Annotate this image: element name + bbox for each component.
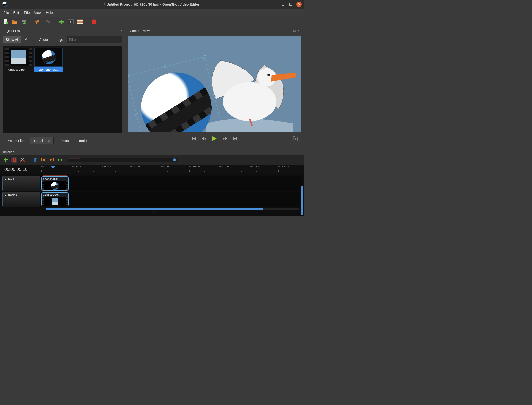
export-video-button[interactable]	[91, 19, 97, 25]
center-playhead-button[interactable]	[57, 157, 63, 163]
profile-button[interactable]	[68, 19, 74, 25]
tab-project-files[interactable]: Project Files	[3, 137, 29, 144]
svg-text:+: +	[36, 157, 37, 160]
jump-end-button[interactable]	[232, 136, 237, 141]
track-body[interactable]: CausesOpe…	[40, 192, 301, 207]
svg-point-17	[223, 82, 276, 121]
fullscreen-button[interactable]	[77, 19, 83, 25]
tracks-area: ▾ Track 5 openshot-q… ▾ Track 4	[0, 174, 304, 216]
svg-rect-33	[53, 158, 54, 161]
filter-tab-image[interactable]: Image	[51, 36, 66, 43]
snapshot-button[interactable]	[292, 136, 298, 142]
save-project-button[interactable]	[21, 19, 27, 25]
file-item[interactable]: CausesOpen…	[4, 48, 33, 72]
menu-title[interactable]: Title	[24, 11, 30, 15]
track-header[interactable]: ▾ Track 4	[3, 192, 40, 207]
horizontal-splitter[interactable]: ······	[0, 146, 304, 149]
window-minimize-button[interactable]	[281, 2, 285, 7]
bottom-splitter[interactable]: ······	[2, 211, 301, 214]
svg-point-15	[92, 19, 96, 24]
timeline-title: Timeline	[2, 150, 14, 154]
track-row: ▾ Track 5 openshot-q…	[2, 176, 301, 191]
tab-transitions[interactable]: Transitions	[30, 137, 54, 144]
svg-rect-21	[236, 137, 237, 140]
rewind-button[interactable]	[202, 136, 207, 141]
menu-bar: File Edit Title View Help	[0, 9, 304, 17]
add-marker-button[interactable]: +	[32, 157, 38, 163]
panel-detach-icon[interactable]: ◱	[293, 29, 296, 32]
previous-marker-button[interactable]	[40, 157, 46, 163]
horizontal-scrollbar[interactable]	[46, 208, 299, 210]
jump-start-button[interactable]	[192, 136, 197, 141]
svg-point-23	[294, 138, 296, 140]
svg-rect-13	[77, 20, 83, 21]
chevron-down-icon: ▾	[5, 194, 6, 197]
ruler-tick: 00:00:48	[130, 165, 141, 168]
next-marker-button[interactable]	[49, 157, 54, 163]
undo-button[interactable]	[35, 19, 41, 25]
vertical-scrollbar[interactable]	[301, 186, 303, 215]
ruler-tick: 00:02:08	[278, 165, 289, 168]
window-close-button[interactable]	[296, 2, 302, 7]
playhead[interactable]	[51, 166, 55, 169]
timeline-toolbar: +	[0, 155, 304, 165]
main-toolbar	[0, 17, 304, 27]
tab-effects[interactable]: Effects	[55, 137, 72, 144]
import-files-button[interactable]	[58, 19, 65, 25]
chevron-down-icon: ▾	[5, 178, 6, 181]
menu-file[interactable]: File	[3, 11, 9, 15]
snapping-button[interactable]	[11, 157, 17, 163]
filter-input[interactable]	[67, 36, 122, 43]
ruler-tick: 00:00:32	[101, 165, 111, 168]
svg-rect-20	[192, 137, 193, 140]
zoom-slider[interactable]	[68, 158, 177, 162]
tab-emojis[interactable]: Emojis	[73, 137, 91, 144]
window-title: * Untitled Project [HD 720p 30 fps] - Op…	[104, 2, 199, 6]
clip-thumbnail	[42, 197, 68, 206]
track-header[interactable]: ▾ Track 5	[3, 176, 40, 191]
filter-tab-show-all[interactable]: Show All	[3, 36, 21, 43]
ruler-tick: 00:01:52	[249, 165, 259, 168]
svg-rect-32	[41, 158, 42, 161]
play-button[interactable]	[211, 136, 218, 142]
vertical-splitter[interactable]: ⋮	[125, 27, 127, 146]
track-name: Track 4	[8, 194, 17, 197]
menu-help[interactable]: Help	[46, 11, 53, 15]
window-maximize-button[interactable]	[289, 2, 293, 7]
file-name: CausesOpen…	[4, 67, 33, 72]
panel-close-icon[interactable]: ✕	[120, 29, 123, 32]
redo-button[interactable]	[44, 19, 51, 25]
app-icon	[2, 2, 7, 7]
project-files-grid[interactable]: CausesOpen… openshot-qt.…	[3, 46, 122, 133]
razor-button[interactable]	[19, 157, 25, 163]
ruler-tick: 00:01:04	[160, 165, 170, 168]
panel-close-icon[interactable]: ✕	[297, 29, 299, 32]
ruler-tick: 00:01:20	[189, 165, 200, 168]
track-name: Track 5	[8, 178, 17, 181]
svg-rect-24	[293, 136, 295, 137]
panel-detach-icon[interactable]: ◱	[299, 150, 301, 153]
ruler-tick: 00:01:36	[219, 165, 230, 168]
video-preview[interactable]	[128, 36, 301, 132]
timeline-ruler[interactable]: 00:00:05,18 0:0000:00:1600:00:3200:00:48…	[0, 165, 304, 174]
project-files-header: Project Files ◱ ✕	[0, 27, 125, 34]
filter-tab-audio[interactable]: Audio	[37, 36, 50, 43]
video-preview-header: Video Preview ◱ ✕	[127, 27, 302, 34]
fast-forward-button[interactable]	[222, 136, 227, 141]
new-project-button[interactable]	[2, 19, 9, 25]
file-item[interactable]: openshot-qt.…	[34, 48, 63, 72]
file-thumbnail	[35, 48, 62, 66]
clip[interactable]: openshot-q…	[41, 176, 69, 191]
open-project-button[interactable]	[12, 19, 18, 25]
file-thumbnail	[5, 48, 32, 66]
svg-point-19	[267, 74, 270, 76]
panel-detach-icon[interactable]: ◱	[117, 29, 119, 32]
menu-edit[interactable]: Edit	[13, 11, 19, 15]
filter-tab-video[interactable]: Video	[22, 36, 36, 43]
clip[interactable]: CausesOpe…	[41, 192, 69, 206]
menu-view[interactable]: View	[34, 11, 42, 15]
svg-rect-34	[60, 158, 60, 162]
current-time: 00:00:05,18	[4, 167, 27, 172]
add-track-button[interactable]	[3, 157, 9, 163]
track-body[interactable]: openshot-q…	[40, 176, 301, 191]
